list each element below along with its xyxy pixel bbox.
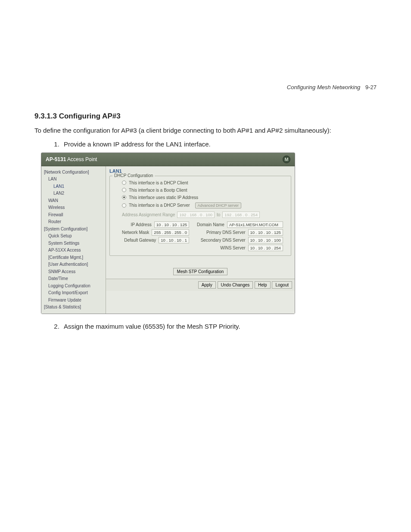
radio-icon — [122, 180, 126, 185]
network-mask-label: Network Mask — [122, 230, 149, 235]
domain-name-label: Domain Name — [197, 222, 224, 227]
radio-label: This interface uses static IP Address — [129, 195, 198, 200]
ip-address-label: IP Address — [131, 222, 151, 227]
tree-item[interactable]: [User Authentication] — [44, 261, 104, 268]
address-range-row: Address Assignment Range 192 . 168 . 0 .… — [122, 210, 285, 219]
tree-item[interactable]: [Certificate Mgmt.] — [44, 254, 104, 261]
step-1: Provide a known IP address for the LAN1 … — [61, 140, 377, 149]
intro-paragraph: To define the configuration for AP#3 (a … — [34, 126, 377, 135]
dhcp-config-group: DHCP Configuration This interface is a D… — [109, 176, 291, 256]
primary-dns-input[interactable]: 10 . 10 . 10 . 125 — [248, 229, 283, 236]
help-button[interactable]: Help — [255, 281, 271, 289]
running-header-page: 9-27 — [365, 84, 377, 90]
logout-button[interactable]: Logout — [272, 281, 292, 289]
default-gateway-label: Default Gateway — [124, 238, 156, 243]
running-header-title: Configuring Mesh Networking — [287, 84, 361, 90]
default-gateway-input[interactable]: 10 . 10 . 10 . 1 — [159, 237, 189, 243]
tree-item[interactable]: AP-51XX Access — [44, 247, 104, 254]
radio-bootp-client[interactable]: This interface is a Bootp Client — [122, 187, 285, 194]
apply-button[interactable]: Apply — [198, 281, 216, 289]
tree-item[interactable]: Logging Configuration — [44, 283, 104, 290]
tree-item[interactable]: Config Import/Export — [44, 289, 104, 297]
tree-item[interactable]: LAN1 — [44, 183, 104, 190]
tree-item[interactable]: [System Configuration] — [44, 226, 104, 233]
right-column: Domain NameAP-51x1.MESH.MOT.COM Primary … — [197, 221, 283, 251]
tree-item[interactable]: Wireless — [44, 204, 104, 212]
wins-server-label: WINS Server — [220, 246, 245, 250]
tree-item[interactable]: LAN2 — [44, 190, 104, 197]
embedded-screenshot: AP-5131 Access Point M [Network Configur… — [41, 152, 295, 314]
undo-changes-button[interactable]: Undo Changes — [218, 281, 253, 289]
network-mask-input[interactable]: 255 . 255 . 255 . 0 — [152, 229, 189, 236]
address-range-to[interactable]: 192 . 168 . 0 . 254 — [222, 212, 260, 218]
document-page: Configuring Mesh Networking 9-27 9.3.1.3… — [0, 0, 411, 532]
content-pane: LAN1 DHCP Configuration This interface i… — [106, 166, 295, 314]
address-range-label: Address Assignment Range — [122, 212, 175, 217]
tree-item[interactable]: Firmware Update — [44, 297, 104, 304]
tree-item[interactable]: SNMP Access — [44, 268, 104, 276]
mesh-stp-button[interactable]: Mesh STP Configuration — [173, 268, 228, 275]
radio-label: This interface is a Bootp Client — [129, 188, 187, 193]
stp-button-row: Mesh STP Configuration — [106, 259, 295, 279]
app-title-model: AP-5131 — [46, 156, 66, 162]
address-range-from[interactable]: 192 . 168 . 0 . 100 — [177, 212, 215, 218]
radio-label: This interface is a DHCP Client — [129, 180, 188, 185]
step-list-cont: Assign the maximum value (65535) for the… — [61, 322, 377, 331]
app-title: AP-5131 Access Point — [46, 156, 97, 162]
app-title-rest: Access Point — [66, 156, 97, 162]
tree-item[interactable]: LAN — [44, 176, 104, 183]
tree-item[interactable]: WAN — [44, 197, 104, 205]
radio-static-ip[interactable]: This interface uses static IP Address — [122, 194, 285, 201]
footer-toolbar: Apply Undo Changes Help Logout — [106, 279, 295, 291]
radio-icon — [122, 195, 126, 199]
step-2: Assign the maximum value (65535) for the… — [61, 322, 377, 331]
address-range-to-word: to — [217, 212, 220, 217]
radio-icon — [122, 203, 126, 208]
nav-tree[interactable]: [Network Configuration]LANLAN1LAN2WANWir… — [41, 166, 106, 314]
tree-item[interactable]: System Settings — [44, 240, 104, 247]
left-column: IP Address10 . 10 . 10 . 125 Network Mas… — [122, 221, 189, 251]
secondary-dns-label: Secondary DNS Server — [201, 238, 246, 243]
radio-icon — [122, 188, 126, 192]
radio-dhcp-client[interactable]: This interface is a DHCP Client — [122, 179, 285, 187]
vendor-logo-icon: M — [283, 156, 290, 163]
running-header: Configuring Mesh Networking 9-27 — [287, 84, 377, 90]
primary-dns-label: Primary DNS Server — [206, 230, 246, 235]
advanced-dhcp-button[interactable]: Advanced DHCP server — [195, 202, 241, 208]
group-legend: DHCP Configuration — [112, 173, 155, 178]
tree-item[interactable]: Quick Setup — [44, 233, 104, 240]
domain-name-input[interactable]: AP-51x1.MESH.MOT.COM — [227, 221, 283, 228]
section-heading: 9.3.1.3 Configuring AP#3 — [34, 112, 377, 121]
radio-label: This interface is a DHCP Server — [129, 203, 190, 208]
wins-server-input[interactable]: 10 . 10 . 10 . 254 — [248, 245, 283, 251]
radio-dhcp-server[interactable]: This interface is a DHCP Server Advanced… — [122, 201, 285, 210]
ip-address-input[interactable]: 10 . 10 . 10 . 125 — [154, 221, 189, 228]
tree-item[interactable]: Firewall — [44, 212, 104, 219]
tree-item[interactable]: Date/Time — [44, 275, 104, 283]
secondary-dns-input[interactable]: 10 . 10 . 10 . 100 — [248, 237, 283, 243]
app-titlebar: AP-5131 Access Point M — [41, 153, 295, 166]
step-list: Provide a known IP address for the LAN1 … — [61, 140, 377, 149]
tree-item[interactable]: [Network Configuration] — [44, 169, 104, 176]
tree-item[interactable]: Router — [44, 218, 104, 226]
tree-item[interactable]: [Status & Statistics] — [44, 304, 104, 311]
